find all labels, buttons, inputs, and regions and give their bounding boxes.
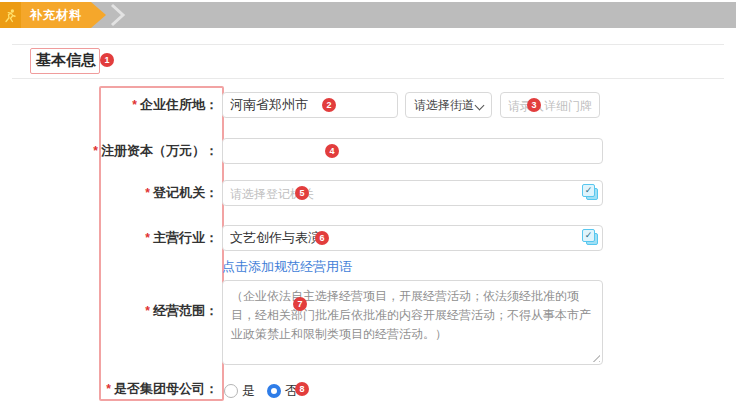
address-city-input[interactable] xyxy=(222,92,398,118)
step-progress-bar: 补充材料 xyxy=(0,2,736,28)
required-asterisk: * xyxy=(145,186,150,200)
section-divider xyxy=(12,78,724,79)
annotation-badge-4: 4 xyxy=(325,144,339,158)
annotation-badge-5: 5 xyxy=(295,186,309,200)
annotation-badge-1: 1 xyxy=(100,53,114,67)
label-business-scope: *经营范围： xyxy=(145,298,218,324)
page: 补充材料 基本信息 1 *企业住所地： 2 请选择街道 3 *注册资本（万元）：… xyxy=(0,0,736,402)
required-asterisk: * xyxy=(93,144,98,158)
annotation-badge-8: 8 xyxy=(295,382,309,396)
annotation-badge-3: 3 xyxy=(527,98,541,112)
label-registered-capital: *注册资本（万元）： xyxy=(93,138,218,164)
main-industry-input[interactable] xyxy=(222,225,603,251)
registration-authority-input[interactable] xyxy=(222,180,603,206)
required-asterisk: * xyxy=(145,231,150,245)
section-title: 基本信息 xyxy=(36,51,96,70)
required-asterisk: * xyxy=(145,304,150,318)
address-detail-input[interactable] xyxy=(500,92,600,118)
radio-yes-label[interactable]: 是 xyxy=(242,382,255,400)
registered-capital-input[interactable] xyxy=(222,138,603,164)
radio-no[interactable] xyxy=(267,384,281,398)
annotation-badge-7: 7 xyxy=(293,297,307,311)
street-select-value: 请选择街道 xyxy=(414,98,474,112)
annotation-badge-6: 6 xyxy=(315,231,329,245)
radio-yes[interactable] xyxy=(224,384,238,398)
label-enterprise-address: *企业住所地： xyxy=(132,92,218,118)
chevron-down-icon xyxy=(475,101,485,111)
street-select[interactable]: 请选择街道 xyxy=(405,92,492,118)
required-asterisk: * xyxy=(132,98,137,112)
add-standard-terms-link[interactable]: 点击添加规范经营用语 xyxy=(222,258,352,276)
picker-icon[interactable]: ✓ xyxy=(582,229,599,246)
annotation-badge-2: 2 xyxy=(322,98,336,112)
label-main-industry: *主营行业： xyxy=(145,225,218,251)
picker-icon[interactable]: ✓ xyxy=(582,184,599,201)
chevron-right-icon xyxy=(0,2,736,28)
panel-top-border xyxy=(12,44,724,45)
label-registration-authority: *登记机关： xyxy=(145,180,218,206)
required-asterisk: * xyxy=(106,382,111,396)
label-group-parent: *是否集团母公司： xyxy=(106,376,218,402)
business-scope-textarea[interactable]: （企业依法自主选择经营项目，开展经营活动；依法须经批准的项目，经相关部门批准后依… xyxy=(222,280,603,365)
